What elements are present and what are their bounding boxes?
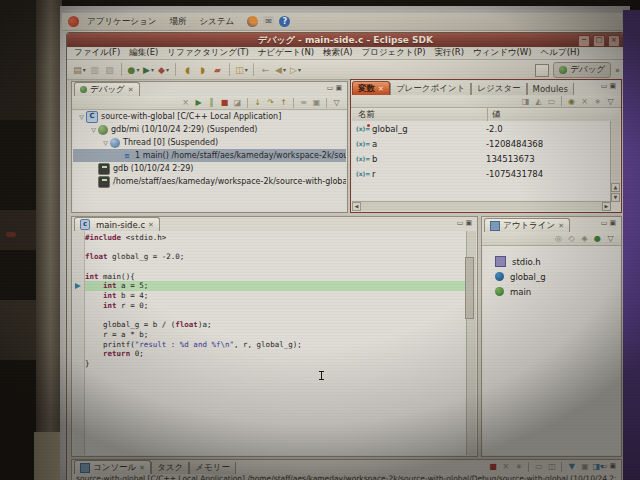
build-file-icon[interactable]: ◖ xyxy=(181,63,194,76)
view-menu-icon[interactable]: ▽ xyxy=(331,97,342,108)
view-menu-icon[interactable]: ▽ xyxy=(605,96,616,107)
view-menu-icon[interactable]: ▽ xyxy=(605,233,616,244)
horizontal-scrollbar[interactable]: ◀ ▶ xyxy=(352,201,611,211)
tab-memory[interactable]: メモリー xyxy=(189,462,236,474)
menu-item-5[interactable]: プロジェクト(P) xyxy=(362,47,426,59)
distro-logo-icon[interactable] xyxy=(68,16,79,27)
tab-variables[interactable]: 変数✕ xyxy=(352,81,390,95)
firefox-icon[interactable] xyxy=(247,16,258,27)
close-button[interactable]: × xyxy=(608,35,620,47)
debug-tree-row-2[interactable]: ▽Thread [0] (Suspended) xyxy=(73,136,346,149)
build-project-icon[interactable]: ◗ xyxy=(196,63,209,76)
variable-row-b[interactable]: (x)=b134513673 xyxy=(352,151,611,166)
step-into-icon[interactable]: ↓ xyxy=(252,97,263,108)
collapse-all-icon[interactable]: ▭ xyxy=(546,96,557,107)
remove-all-terminated-icon[interactable]: × xyxy=(180,97,191,108)
editor-scrollbar[interactable] xyxy=(466,231,476,455)
save-icon[interactable]: ▥ xyxy=(88,63,101,76)
close-icon[interactable]: ✕ xyxy=(148,221,154,229)
menu-item-7[interactable]: ウィンドウ(W) xyxy=(473,47,532,59)
expander-icon[interactable]: ▽ xyxy=(101,139,110,146)
expander-icon[interactable]: ▽ xyxy=(77,113,86,120)
minimize-maximize-icons[interactable]: ▭▣ xyxy=(601,219,618,227)
column-name[interactable]: 名前 xyxy=(358,109,375,121)
instruction-stepping-icon[interactable]: ▣ xyxy=(311,97,322,108)
forward-icon[interactable]: ▷▾ xyxy=(289,63,302,76)
debug-tree-row-3[interactable]: ≡1 main() /home/staff/aes/kameday/worksp… xyxy=(73,149,346,162)
window-titlebar[interactable]: デバッグ - main-side.c - Eclipse SDK ─ □ × xyxy=(67,33,624,47)
resume-icon[interactable]: ▶ xyxy=(193,97,204,108)
menu-item-6[interactable]: 実行(R) xyxy=(434,47,464,59)
remove-launch-icon[interactable]: × xyxy=(500,461,511,472)
tab-outline[interactable]: アウトライン ✕ xyxy=(484,218,570,232)
last-edit-location-icon[interactable]: ← xyxy=(259,63,272,76)
remove-all-icon[interactable]: ∗ xyxy=(592,96,603,107)
close-icon[interactable]: ✕ xyxy=(128,86,134,94)
hide-non-public-icon[interactable]: ● xyxy=(592,233,603,244)
variable-row-r[interactable]: (x)=r-1075431784 xyxy=(352,166,611,181)
tab-breakpoints[interactable]: ブレークポイント xyxy=(390,83,471,95)
tab-modules[interactable]: Modules xyxy=(527,83,574,95)
tab-tasks[interactable]: タスク xyxy=(151,462,189,474)
outline-item-stdio.h[interactable]: stdio.h xyxy=(483,254,620,269)
variable-row-a[interactable]: (x)=a-1208484368 xyxy=(352,136,611,151)
terminate-icon[interactable]: ■ xyxy=(487,461,498,472)
external-tools-icon[interactable]: ◆▾ xyxy=(157,63,170,76)
suspend-icon[interactable]: ‖ xyxy=(206,97,217,108)
vertical-scrollbar[interactable]: ▲ ▼ xyxy=(610,121,620,202)
drop-to-frame-icon[interactable]: ≡ xyxy=(298,97,309,108)
menu-item-8[interactable]: ヘルプ(H) xyxy=(541,47,580,59)
run-icon[interactable]: ▶▾ xyxy=(142,63,155,76)
maximize-button[interactable]: □ xyxy=(593,35,605,47)
debug-tree-row-4[interactable]: gdb (10/10/24 2:29) xyxy=(73,162,346,175)
open-element-icon[interactable]: ◫▾ xyxy=(235,63,248,76)
outline-item-main[interactable]: main xyxy=(483,284,620,299)
mark-occurrences-icon[interactable]: ▰ xyxy=(211,63,224,76)
terminate-icon[interactable]: ■ xyxy=(219,97,230,108)
show-type-names-icon[interactable]: ◨ xyxy=(520,96,531,107)
remove-all-launches-icon[interactable]: ∗ xyxy=(513,461,524,472)
tab-registers[interactable]: レジスター xyxy=(471,83,526,95)
menu-item-4[interactable]: 検索(A) xyxy=(323,47,352,59)
print-icon[interactable]: ▧ xyxy=(103,63,116,76)
close-icon[interactable]: ✕ xyxy=(378,85,384,93)
help-icon[interactable]: ? xyxy=(279,16,290,27)
show-logical-structure-icon[interactable]: ◭ xyxy=(533,96,544,107)
debug-icon[interactable]: ●▾ xyxy=(127,63,140,76)
display-selected-console-icon[interactable]: ▼ xyxy=(566,461,577,472)
debug-tree-row-0[interactable]: ▽Csource-with-global [C/C++ Local Applic… xyxy=(73,110,346,123)
debug-tree-row-1[interactable]: ▽gdb/mi (10/10/24 2:29) (Suspended) xyxy=(73,123,346,136)
debug-tree-row-5[interactable]: /home/staff/aes/kameday/workspace-2k/sou… xyxy=(73,175,346,188)
open-perspective-icon[interactable] xyxy=(535,64,549,77)
sort-alphabetically-icon[interactable]: ◎ xyxy=(553,233,564,244)
gnome-menu-places[interactable]: 場所 xyxy=(169,16,186,28)
close-icon[interactable]: ✕ xyxy=(139,464,145,472)
hide-fields-icon[interactable]: ◇ xyxy=(566,233,577,244)
back-icon[interactable]: ◀▾ xyxy=(274,63,287,76)
minimize-maximize-icons[interactable]: ▭▣ xyxy=(457,219,474,227)
menu-item-2[interactable]: リファクタリング(T) xyxy=(167,47,248,59)
disconnect-icon[interactable]: ◪ xyxy=(232,97,243,108)
perspective-chevron-icon[interactable]: » xyxy=(615,66,620,75)
expander-icon[interactable]: ▽ xyxy=(89,126,98,133)
scroll-lock-icon[interactable]: ◫ xyxy=(546,461,557,472)
minimize-maximize-icons[interactable]: ▭▣ xyxy=(327,84,344,92)
minimize-button[interactable]: ─ xyxy=(578,35,590,47)
clear-console-icon[interactable]: ▭ xyxy=(533,461,544,472)
step-over-icon[interactable]: ↷ xyxy=(265,97,276,108)
add-watch-icon[interactable]: ◉ xyxy=(566,96,577,107)
menu-item-0[interactable]: ファイル(F) xyxy=(74,47,120,59)
menu-item-1[interactable]: 編集(E) xyxy=(129,47,158,59)
minimize-maximize-icons[interactable]: ▭▣ xyxy=(601,462,618,470)
outline-item-global_g[interactable]: global_g xyxy=(483,269,620,284)
remove-icon[interactable]: × xyxy=(579,96,590,107)
menu-item-3[interactable]: ナビゲート(N) xyxy=(258,47,314,59)
close-icon[interactable]: ✕ xyxy=(558,222,564,230)
tab-main-side-c[interactable]: c main-side.c ✕ xyxy=(74,217,160,231)
column-value[interactable]: 値 xyxy=(492,109,501,121)
minimize-maximize-icons[interactable]: ▭▣ xyxy=(601,82,618,90)
gnome-menu-applications[interactable]: アプリケーション xyxy=(87,16,156,28)
gnome-menu-system[interactable]: システム xyxy=(199,16,234,28)
mail-icon[interactable]: ✉ xyxy=(263,16,274,27)
new-wizard-icon[interactable]: ▤▾ xyxy=(73,63,86,76)
